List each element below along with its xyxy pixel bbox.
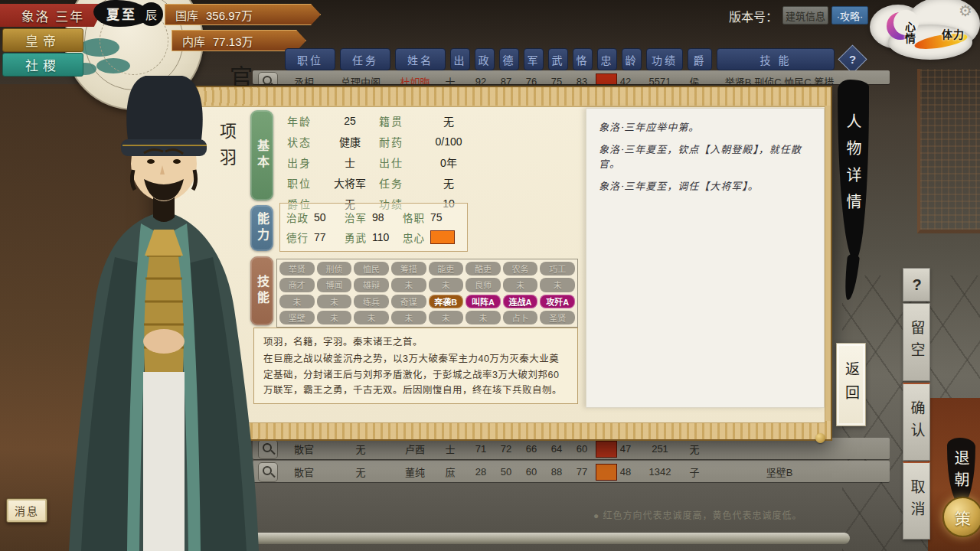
row-cell-origin: 士 xyxy=(445,442,455,456)
tab-ability[interactable]: 能力 xyxy=(250,205,273,251)
basic-value: 大将军 xyxy=(321,175,379,191)
basic-value: 健康 xyxy=(321,134,379,149)
magnifier-icon[interactable] xyxy=(258,439,278,459)
privy-label: 内库 xyxy=(182,33,205,49)
roster-header-col[interactable]: 姓名 xyxy=(395,48,446,70)
skill-cell[interactable]: 叫阵A xyxy=(466,295,501,308)
loyalty-block xyxy=(596,73,617,84)
dialog-ornament xyxy=(157,421,831,439)
character-detail-dialog: 项羽 基本 能力 技能 年龄25籍贯无状态健康耐药0/100出身士出仕0年职位大… xyxy=(155,86,832,441)
row-cell-origin: 庶 xyxy=(445,465,455,479)
ability-pair: 勇武110 xyxy=(345,230,403,245)
row-cell-stat1: 50 xyxy=(501,466,511,478)
roster-header-col[interactable]: 功绩 xyxy=(646,48,683,70)
row-cell-age: 47 xyxy=(620,443,631,455)
roster-header-col[interactable]: 恪 xyxy=(573,48,593,70)
row-cell-stat2: 66 xyxy=(526,443,537,455)
skill-cell: 能吏 xyxy=(429,262,464,276)
gear-icon: ⚙ xyxy=(959,2,972,20)
era-year-banner[interactable]: 象洛 三年 xyxy=(0,4,106,27)
roster-header-col[interactable]: 忠 xyxy=(597,48,617,70)
row-cell-stat4: 60 xyxy=(577,443,587,455)
roster-header-col[interactable]: 龄 xyxy=(622,48,642,70)
help-button[interactable]: ? xyxy=(903,268,930,302)
row-cell-stat4: 77 xyxy=(577,466,587,478)
roster-header-col[interactable]: 出 xyxy=(450,48,470,70)
row-cell-stat1: 87 xyxy=(501,76,511,85)
roster-header-col[interactable]: 武 xyxy=(548,48,568,70)
message-button[interactable]: 消息 xyxy=(6,498,47,523)
roster-header-col[interactable]: 技 能 xyxy=(717,48,835,70)
row-cell-stat0: 71 xyxy=(475,443,486,455)
leave-blank-button[interactable]: 留空 xyxy=(903,303,930,381)
tab-skill[interactable]: 技能 xyxy=(250,256,273,325)
skill-cell[interactable]: 连战A xyxy=(503,295,538,308)
tab-basic[interactable]: 基本 xyxy=(250,110,273,201)
roster-header-col[interactable]: 政 xyxy=(475,48,495,70)
strategy-seal-button[interactable]: 策 xyxy=(942,497,980,537)
row-cell-rank: 无 xyxy=(689,442,699,456)
cancel-button[interactable]: 取消 xyxy=(903,461,930,540)
roster-header-col[interactable]: 军 xyxy=(524,48,544,70)
skill-cell: 奇谋 xyxy=(391,295,426,308)
skill-cell: 未 xyxy=(540,278,575,292)
row-cell-task: 无 xyxy=(355,442,365,456)
roster-header: 职位任务姓名出政德军武恪忠龄功绩爵技 能? xyxy=(285,49,863,70)
ability-value: 75 xyxy=(430,211,443,223)
loyalty-legend: ● 红色方向代表忠诚度高，黄色代表忠诚度低。 xyxy=(593,508,802,521)
ability-label: 德行 xyxy=(286,230,309,245)
basic-info-grid: 年龄25籍贯无状态健康耐药0/100出身士出仕0年职位大将军任务无爵位无功绩10 xyxy=(287,113,488,211)
row-cell-stat3: 64 xyxy=(551,443,562,455)
ability-label: 恪职 xyxy=(403,210,425,225)
ability-row: 德行77勇武110忠心 xyxy=(286,230,461,245)
ability-pair: 忠心 xyxy=(403,230,461,245)
roster-header-col[interactable]: 德 xyxy=(499,48,519,70)
privy-value: 77.13万 xyxy=(213,33,253,49)
skill-cell: 练兵 xyxy=(354,295,389,308)
roster-header-col[interactable]: 职位 xyxy=(285,48,335,70)
ability-pair: 治政50 xyxy=(286,210,345,225)
row-cell-rank: 子 xyxy=(689,465,699,479)
roster-header-col[interactable]: 任务 xyxy=(340,48,390,70)
skill-cell: 举贤 xyxy=(279,262,315,276)
basic-label: 出仕 xyxy=(379,155,416,170)
skill-cell: 刑侦 xyxy=(317,262,352,276)
roster-header-col[interactable]: 爵 xyxy=(688,48,712,70)
bio-line: 在巨鹿之战以破釜沉舟之势，以3万大破秦军主力40万为灭秦大业奠定基础，分封诸王后… xyxy=(263,351,568,398)
guide-button[interactable]: ·攻略· xyxy=(831,6,868,24)
skill-cell[interactable]: 攻歼A xyxy=(540,295,575,308)
row-cell-stat4: 83 xyxy=(577,76,587,85)
basic-value: 25 xyxy=(321,115,379,127)
pine-decoration xyxy=(96,58,130,73)
roster-help-icon[interactable]: ? xyxy=(838,44,867,73)
mood-label: 心情 xyxy=(902,21,917,44)
ability-row: 治政50治军98恪职75 xyxy=(286,210,461,225)
row-cell-origin: 士 xyxy=(445,74,455,85)
ability-label: 勇武 xyxy=(345,230,367,245)
skill-cell: 占卜 xyxy=(503,311,538,324)
confirm-button[interactable]: 确认 xyxy=(903,383,930,461)
basic-value: 0/100 xyxy=(416,135,482,148)
version-label: 版本号： xyxy=(729,7,778,25)
sidebar-item-emperor[interactable]: 皇帝 xyxy=(2,28,83,52)
magnifier-icon[interactable] xyxy=(258,462,278,482)
ability-label: 治政 xyxy=(286,210,309,225)
row-cell-stat3: 75 xyxy=(551,76,562,85)
ability-label: 治军 xyxy=(345,210,367,225)
row-cell-merit: 251 xyxy=(652,443,668,455)
pine-decoration xyxy=(80,38,119,57)
return-button[interactable]: 返回 xyxy=(836,343,866,426)
table-row[interactable]: 丞相总理中阁杜如晦士9287767583425571侯举贤B 刑侦C 恤民C 筹… xyxy=(253,70,890,84)
table-row[interactable]: 散官无卢酉士717266646047251无 xyxy=(253,438,890,459)
sidebar-item-sheji[interactable]: 社稷 xyxy=(2,53,83,77)
table-row[interactable]: 散官无董纯庶2850608877481342子坚壁B xyxy=(253,461,890,482)
magnifier-icon[interactable] xyxy=(258,72,278,84)
basic-value: 0年 xyxy=(416,155,482,170)
building-info-button[interactable]: 建筑信息 xyxy=(782,6,828,24)
skill-cell: 良师 xyxy=(466,278,501,292)
ability-value: 77 xyxy=(314,231,326,243)
left-wall xyxy=(0,84,165,551)
ability-pair: 德行77 xyxy=(286,230,345,245)
skill-cell: 农务 xyxy=(503,262,538,276)
skill-cell[interactable]: 奔袭B xyxy=(429,295,464,308)
